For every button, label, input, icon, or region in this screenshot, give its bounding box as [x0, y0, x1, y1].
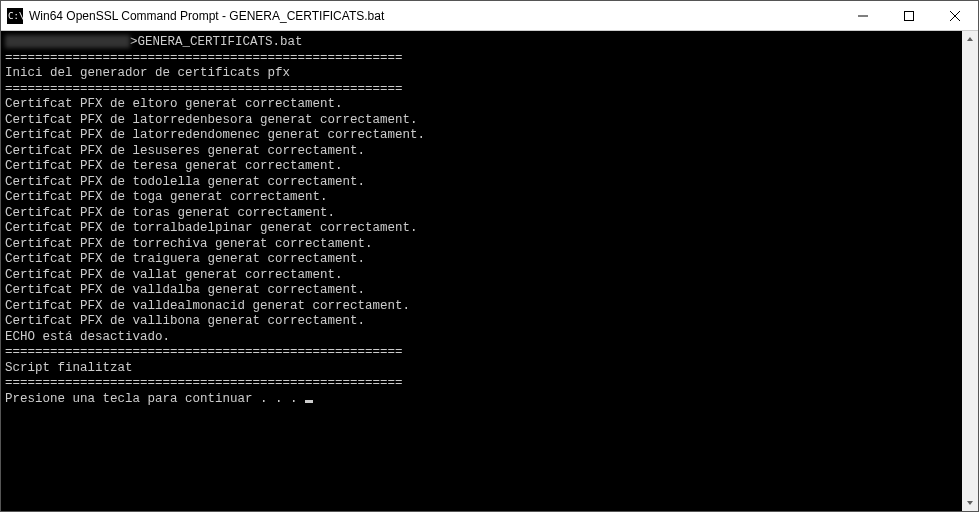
cert-line: Certifcat PFX de vallat generat correcta… — [5, 268, 958, 284]
redacted-path — [5, 35, 130, 48]
svg-rect-3 — [905, 11, 914, 20]
cert-line: Certifcat PFX de torrechiva generat corr… — [5, 237, 958, 253]
cert-line: Certifcat PFX de traiguera generat corre… — [5, 252, 958, 268]
cert-line: Certifcat PFX de toga generat correctame… — [5, 190, 958, 206]
scroll-down-button[interactable] — [962, 495, 978, 511]
close-button[interactable] — [932, 1, 978, 30]
cmd-icon: C:\ — [7, 8, 23, 24]
header-line: Inici del generador de certificats pfx — [5, 66, 958, 82]
finished-line: Script finalitzat — [5, 361, 958, 377]
separator-line: ========================================… — [5, 51, 958, 67]
echo-line: ECHO está desactivado. — [5, 330, 958, 346]
svg-text:C:\: C:\ — [8, 11, 23, 21]
svg-marker-6 — [967, 37, 973, 41]
minimize-button[interactable] — [840, 1, 886, 30]
svg-marker-7 — [967, 501, 973, 505]
separator-line: ========================================… — [5, 376, 958, 392]
vertical-scrollbar[interactable] — [962, 31, 978, 511]
cert-line: Certifcat PFX de latorredendomenec gener… — [5, 128, 958, 144]
cert-line: Certifcat PFX de lesuseres generat corre… — [5, 144, 958, 160]
window-title: Win64 OpenSSL Command Prompt - GENERA_CE… — [29, 9, 840, 23]
scroll-up-button[interactable] — [962, 31, 978, 47]
prompt-command: >GENERA_CERTIFICATS.bat — [130, 35, 303, 49]
cert-line: Certifcat PFX de valldalba generat corre… — [5, 283, 958, 299]
press-key-prompt: Presione una tecla para continuar . . . — [5, 392, 305, 406]
window-controls — [840, 1, 978, 30]
cert-line: Certifcat PFX de toras generat correctam… — [5, 206, 958, 222]
cert-line: Certifcat PFX de torralbadelpinar genera… — [5, 221, 958, 237]
separator-line: ========================================… — [5, 345, 958, 361]
cert-line: Certifcat PFX de vallibona generat corre… — [5, 314, 958, 330]
cert-line: Certifcat PFX de valldealmonacid generat… — [5, 299, 958, 315]
scrollbar-track[interactable] — [962, 47, 978, 495]
terminal-output[interactable]: >GENERA_CERTIFICATS.bat=================… — [1, 31, 962, 511]
cert-line: Certifcat PFX de todolella generat corre… — [5, 175, 958, 191]
separator-line: ========================================… — [5, 82, 958, 98]
cert-line: Certifcat PFX de latorredenbesora genera… — [5, 113, 958, 129]
maximize-button[interactable] — [886, 1, 932, 30]
cert-line: Certifcat PFX de teresa generat correcta… — [5, 159, 958, 175]
cursor — [305, 400, 313, 403]
window-titlebar: C:\ Win64 OpenSSL Command Prompt - GENER… — [1, 1, 978, 31]
cert-line: Certifcat PFX de eltoro generat correcta… — [5, 97, 958, 113]
